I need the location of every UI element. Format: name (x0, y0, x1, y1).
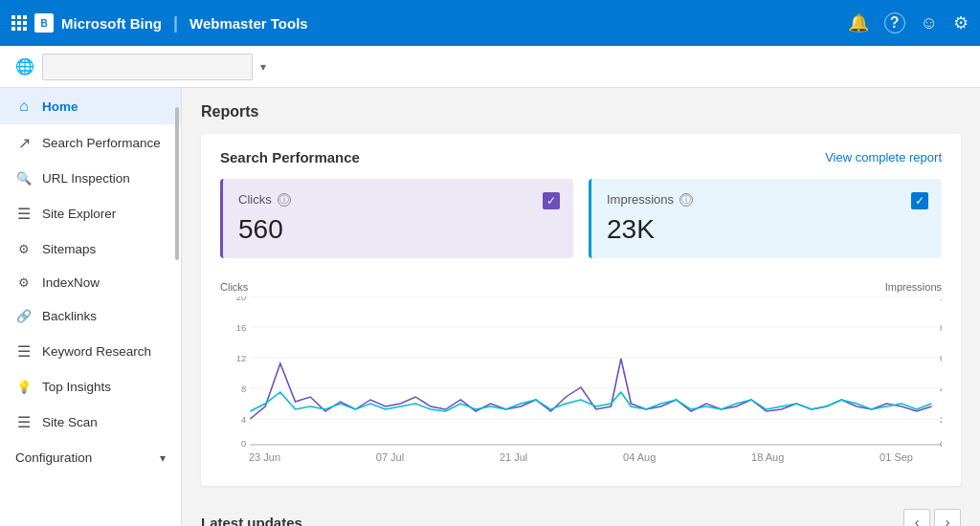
latest-updates-nav: ‹ › (903, 509, 961, 526)
sidebar-item-url-inspection-label: URL Inspection (42, 171, 130, 186)
sidebar-item-search-performance-label: Search Performance (42, 136, 161, 150)
chart-svg: 20 16 12 8 4 0 1K 800 600 400 200 0 (220, 296, 942, 449)
sidebar-item-search-performance[interactable]: ↗ Search Performance (0, 124, 181, 162)
clicks-metric-box: Clicks ⓘ 560 ✓ (220, 179, 573, 258)
search-performance-icon: ↗ (15, 134, 33, 152)
main-layout: ⌂ Home ↗ Search Performance 🔍 URL Inspec… (0, 88, 980, 526)
topbar: B Microsoft Bing | Webmaster Tools 🔔 ? ☺… (0, 0, 980, 46)
topbar-icons: 🔔 ? ☺ ⚙ (848, 12, 969, 33)
keyword-research-icon: ☰ (15, 342, 33, 361)
chart-area: 20 16 12 8 4 0 1K 800 600 400 200 0 (220, 296, 942, 449)
main-content: Reports Search Performance View complete… (182, 88, 980, 526)
sidebar-item-indexnow[interactable]: ⚙ IndexNow (0, 266, 181, 299)
svg-text:8: 8 (241, 384, 246, 394)
chart-x-label-4: 04 Aug (623, 451, 656, 463)
chart-x-label-6: 01 Sep (880, 451, 913, 463)
sidebar-item-site-explorer-label: Site Explorer (42, 207, 116, 221)
svg-text:0: 0 (940, 439, 942, 449)
svg-text:600: 600 (940, 354, 942, 363)
urlbar-input[interactable] (42, 54, 253, 80)
sidebar-item-site-scan-label: Site Scan (42, 415, 98, 429)
svg-text:16: 16 (236, 323, 246, 333)
urlbar: 🌐 ▾ (0, 46, 980, 88)
urlbar-globe-icon: 🌐 (15, 57, 34, 76)
sidebar-section-configuration[interactable]: Configuration ▾ (0, 441, 181, 474)
sp-metrics: Clicks ⓘ 560 ✓ Impressions ⓘ 23K (220, 179, 942, 258)
svg-text:800: 800 (940, 323, 942, 333)
backlinks-icon: 🔗 (15, 309, 33, 323)
sidebar-item-site-explorer[interactable]: ☰ Site Explorer (0, 195, 181, 232)
sidebar-item-backlinks[interactable]: 🔗 Backlinks (0, 299, 181, 333)
clicks-label: Clicks ⓘ (238, 192, 558, 207)
chart-x-label-2: 07 Jul (376, 451, 404, 463)
sidebar-item-home-label: Home (42, 99, 78, 114)
topbar-brand-text: Microsoft Bing (61, 15, 162, 32)
sidebar-item-sitemaps-label: Sitemaps (42, 242, 96, 256)
impressions-value: 23K (607, 214, 926, 245)
impressions-metric-box: Impressions ⓘ 23K ✓ (589, 179, 942, 258)
waffle-icon[interactable] (11, 15, 27, 31)
bing-logo: B (34, 13, 54, 33)
topbar-separator: | (173, 13, 178, 33)
latest-updates-prev-button[interactable]: ‹ (903, 509, 930, 526)
topbar-app-text: Webmaster Tools (189, 15, 308, 32)
sidebar-item-backlinks-label: Backlinks (42, 309, 97, 323)
sidebar-scrollbar[interactable] (175, 107, 179, 260)
impressions-info-icon[interactable]: ⓘ (679, 193, 693, 207)
search-performance-card: Search Performance View complete report … (201, 134, 961, 486)
clicks-info-icon[interactable]: ⓘ (278, 193, 291, 207)
urlbar-chevron-icon[interactable]: ▾ (260, 60, 266, 74)
chart-x-label-1: 23 Jun (249, 451, 280, 463)
svg-text:200: 200 (940, 415, 942, 425)
site-scan-icon: ☰ (15, 413, 33, 431)
sidebar: ⌂ Home ↗ Search Performance 🔍 URL Inspec… (0, 88, 182, 526)
svg-text:12: 12 (236, 354, 246, 363)
bell-icon[interactable]: 🔔 (848, 12, 869, 33)
impressions-checkbox[interactable]: ✓ (911, 192, 928, 209)
sidebar-item-home[interactable]: ⌂ Home (0, 88, 181, 124)
top-insights-icon: 💡 (15, 380, 33, 394)
sidebar-item-keyword-research[interactable]: ☰ Keyword Research (0, 333, 181, 370)
sidebar-item-indexnow-label: IndexNow (42, 275, 100, 290)
reports-title: Reports (201, 103, 961, 121)
sp-card-header: Search Performance View complete report (220, 149, 942, 165)
sidebar-section-configuration-label: Configuration (15, 450, 150, 465)
svg-text:1K: 1K (940, 296, 942, 302)
chart-container: Clicks Impressions 20 16 (220, 274, 942, 471)
indexnow-icon: ⚙ (15, 275, 33, 290)
home-icon: ⌂ (15, 98, 33, 115)
svg-text:400: 400 (940, 384, 942, 394)
sidebar-item-site-scan[interactable]: ☰ Site Scan (0, 404, 181, 441)
svg-text:20: 20 (236, 296, 246, 302)
chart-x-label-3: 21 Jul (500, 451, 527, 463)
help-icon[interactable]: ? (884, 12, 905, 33)
chart-x-label-5: 18 Aug (751, 451, 784, 463)
chart-axis-labels: Clicks Impressions (220, 281, 942, 293)
url-inspection-icon: 🔍 (15, 171, 33, 186)
latest-updates-row: Latest updates ‹ › (201, 499, 961, 526)
view-complete-report-link[interactable]: View complete report (825, 150, 942, 164)
sidebar-item-sitemaps[interactable]: ⚙ Sitemaps (0, 232, 181, 266)
configuration-chevron-icon: ▾ (160, 451, 166, 465)
impressions-check-icon: ✓ (915, 194, 924, 208)
clicks-checkbox[interactable]: ✓ (543, 192, 560, 209)
settings-icon[interactable]: ⚙ (953, 12, 969, 33)
sidebar-item-url-inspection[interactable]: 🔍 URL Inspection (0, 162, 181, 195)
clicks-value: 560 (238, 214, 558, 245)
chart-left-axis-label: Clicks (220, 281, 248, 293)
latest-updates-title: Latest updates (201, 515, 302, 527)
sidebar-item-top-insights-label: Top Insights (42, 380, 111, 394)
impressions-label: Impressions ⓘ (607, 192, 926, 207)
topbar-brand: B Microsoft Bing | Webmaster Tools (34, 13, 840, 33)
profile-icon[interactable]: ☺ (921, 13, 938, 33)
sitemaps-icon: ⚙ (15, 242, 33, 256)
sidebar-item-top-insights[interactable]: 💡 Top Insights (0, 370, 181, 404)
svg-text:4: 4 (241, 415, 246, 425)
svg-text:0: 0 (241, 439, 246, 449)
site-explorer-icon: ☰ (15, 205, 33, 223)
sp-card-title: Search Performance (220, 149, 360, 165)
clicks-check-icon: ✓ (546, 194, 556, 208)
chart-x-labels: 23 Jun 07 Jul 21 Jul 04 Aug 18 Aug 01 Se… (220, 451, 942, 463)
chart-right-axis-label: Impressions (885, 281, 942, 293)
latest-updates-next-button[interactable]: › (934, 509, 961, 526)
